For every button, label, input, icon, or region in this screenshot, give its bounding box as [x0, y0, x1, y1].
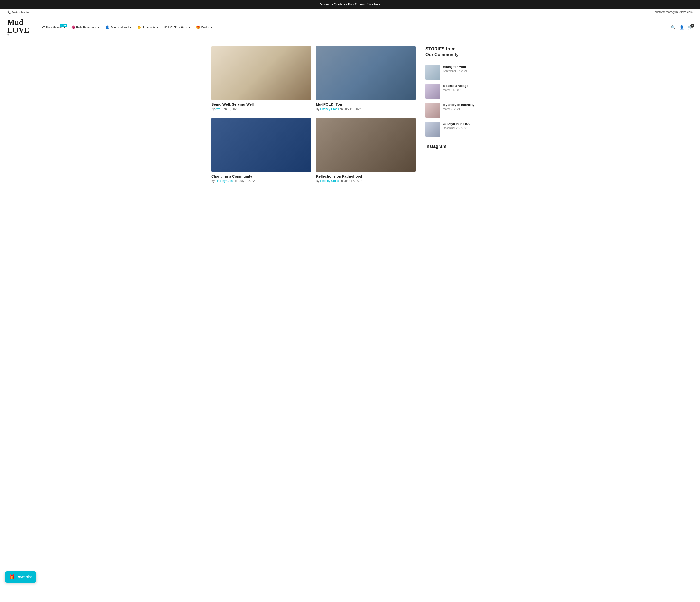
- nav-item-love-letters[interactable]: ✉LOVE Letters▾: [162, 23, 192, 31]
- stories-divider: [425, 60, 435, 60]
- story-item[interactable]: It Takes a VillageMarch 11, 2021: [425, 84, 489, 99]
- post-image-3: [316, 118, 416, 172]
- nav-icon: 🎁: [196, 25, 200, 29]
- account-button[interactable]: 👤: [679, 25, 684, 30]
- post-meta: By Lindsey Gross on June 17, 2022: [316, 179, 416, 183]
- story-thumbnail: [425, 65, 440, 80]
- nav-label: Bulk Bracelets: [76, 26, 96, 29]
- nav-icon: 🏷: [42, 25, 45, 29]
- nav-label: Bracelets: [142, 26, 155, 29]
- nav-item-bulk-goods[interactable]: 🏷Bulk GoodsNEW▾: [39, 23, 68, 31]
- post-title: Being Well, Serving Well: [211, 102, 311, 106]
- instagram-divider: [425, 151, 435, 151]
- post-title: Changing a Community: [211, 174, 311, 178]
- dropdown-chevron-icon: ▾: [189, 26, 190, 29]
- post-card[interactable]: MudFOLK: ToriBy Lindsey Gross on July 11…: [316, 46, 416, 111]
- post-author: Lindsey Gross: [320, 107, 339, 111]
- instagram-title: Instagram: [425, 144, 489, 149]
- main-nav: 🏷Bulk GoodsNEW▾🧶Bulk Bracelets▾👤Personal…: [39, 23, 666, 31]
- search-button[interactable]: 🔍: [671, 25, 676, 30]
- story-date: September 27, 2021: [443, 69, 467, 72]
- phone-number[interactable]: 📞 574-306-2746: [7, 10, 30, 14]
- utility-bar: 📞 574-306-2746 customercare@mudlove.com: [0, 8, 700, 16]
- nav-label: Perks: [201, 26, 209, 29]
- post-meta: By Lindsey Gross on July 1, 2022: [211, 179, 311, 183]
- story-date: December 23, 2020: [443, 126, 471, 129]
- story-item[interactable]: Hiking for MomSeptember 27, 2021: [425, 65, 489, 80]
- instagram-section: Instagram: [425, 144, 489, 151]
- logo-line1: Mud: [7, 18, 29, 26]
- nav-icon: 🧶: [71, 25, 75, 29]
- banner-text: Request a Quote for Bulk Orders. Click h…: [319, 2, 381, 6]
- nav-label: LOVE Letters: [168, 26, 187, 29]
- story-thumbnail: [425, 103, 440, 118]
- dropdown-chevron-icon: ▾: [130, 26, 131, 29]
- sidebar: STORIES from Our Community Hiking for Mo…: [425, 46, 489, 183]
- dropdown-chevron-icon: ▾: [211, 26, 212, 29]
- nav-item-perks[interactable]: 🎁Perks▾: [194, 23, 214, 31]
- header-actions: 🔍 👤 🛒 0: [671, 25, 693, 30]
- story-thumbnail: [425, 122, 440, 137]
- phone-icon: 📞: [7, 10, 11, 14]
- story-info: 38 Days in the ICUDecember 23, 2020: [443, 122, 471, 137]
- story-title: 38 Days in the ICU: [443, 122, 471, 126]
- story-item[interactable]: My Story of InfertilityMarch 3, 2021: [425, 103, 489, 118]
- story-info: It Takes a VillageMarch 11, 2021: [443, 84, 468, 99]
- stories-section-title: STORIES from Our Community: [425, 46, 489, 58]
- post-meta: By Lindsey Gross on July 11, 2022: [316, 107, 416, 111]
- sidebar-stories-list: Hiking for MomSeptember 27, 2021It Takes…: [425, 65, 489, 137]
- story-title: Hiking for Mom: [443, 65, 467, 69]
- story-info: My Story of InfertilityMarch 3, 2021: [443, 103, 474, 118]
- post-card[interactable]: Reflections on FatherhoodBy Lindsey Gros…: [316, 118, 416, 183]
- nav-item-bracelets[interactable]: ✋Bracelets▾: [135, 23, 160, 31]
- nav-icon: ✋: [137, 25, 142, 29]
- story-date: March 3, 2021: [443, 107, 474, 110]
- post-author: Ave...: [216, 107, 223, 111]
- post-title: Reflections on Fatherhood: [316, 174, 416, 178]
- dropdown-chevron-icon: ▾: [157, 26, 158, 29]
- post-title: MudFOLK: Tori: [316, 102, 416, 106]
- cart-button[interactable]: 🛒 0: [688, 25, 693, 30]
- post-card[interactable]: Changing a CommunityBy Lindsey Gross on …: [211, 118, 311, 183]
- post-card[interactable]: Being Well, Serving WellBy Ave... on ...…: [211, 46, 311, 111]
- post-author: Lindsey Gross: [216, 179, 234, 183]
- new-badge: NEW: [60, 24, 67, 27]
- post-image-1: [316, 46, 416, 100]
- nav-icon: 👤: [105, 25, 109, 29]
- main-container: Being Well, Serving WellBy Ave... on ...…: [204, 39, 496, 190]
- post-image-0: [211, 46, 311, 100]
- nav-item-personalized[interactable]: 👤Personalized▾: [103, 23, 134, 31]
- top-banner[interactable]: Request a Quote for Bulk Orders. Click h…: [0, 0, 700, 8]
- logo[interactable]: Mud LOVE ®: [7, 18, 29, 36]
- post-meta: By Ave... on ..., 2022: [211, 107, 311, 111]
- nav-icon: ✉: [164, 25, 167, 29]
- posts-grid: Being Well, Serving WellBy Ave... on ...…: [211, 46, 416, 183]
- story-title: My Story of Infertility: [443, 103, 474, 107]
- post-image-2: [211, 118, 311, 172]
- header: Mud LOVE ® 🏷Bulk GoodsNEW▾🧶Bulk Bracelet…: [0, 16, 700, 39]
- dropdown-chevron-icon: ▾: [98, 26, 99, 29]
- nav-label: Personalized: [110, 26, 128, 29]
- story-title: It Takes a Village: [443, 84, 468, 88]
- logo-line2: LOVE: [7, 26, 29, 34]
- story-info: Hiking for MomSeptember 27, 2021: [443, 65, 467, 80]
- post-author: Lindsey Gross: [320, 179, 339, 183]
- story-item[interactable]: 38 Days in the ICUDecember 23, 2020: [425, 122, 489, 137]
- story-thumbnail: [425, 84, 440, 99]
- cart-count: 0: [690, 24, 694, 27]
- story-date: March 11, 2021: [443, 89, 468, 91]
- email-address[interactable]: customercare@mudlove.com: [655, 10, 693, 14]
- nav-item-bulk-bracelets[interactable]: 🧶Bulk Bracelets▾: [69, 23, 101, 31]
